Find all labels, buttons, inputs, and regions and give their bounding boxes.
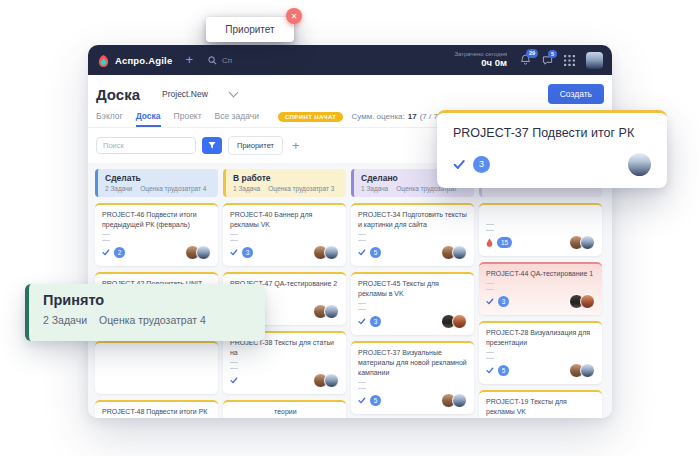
assignee-avatars (573, 363, 595, 378)
kanban-card[interactable]: теории3 (223, 400, 346, 418)
kanban-card[interactable]: PROJECT-28 Визуализация для презентации5 (479, 321, 602, 384)
points-badge: 2 (114, 247, 125, 258)
points-badge: 3 (370, 316, 381, 327)
avatar (580, 363, 595, 378)
create-button[interactable]: Создать (548, 84, 604, 104)
column-task-count: 1 Задача (361, 185, 388, 192)
points-badge: 3 (242, 247, 253, 258)
messages-button[interactable]: 5 (542, 55, 553, 66)
card-footer: 2 (102, 245, 211, 260)
assignee-avatars (445, 245, 467, 260)
avatar (324, 245, 339, 260)
description-icon (486, 352, 494, 359)
check-icon (486, 367, 494, 374)
kanban-card[interactable]: PROJECT-37 Визуальные материалы для ново… (351, 341, 474, 414)
app-window: Аспро.Agile + Сп Затрачено сегодня 0ч 0м… (88, 45, 612, 418)
assignee-avatars (573, 294, 595, 309)
avatar (452, 393, 467, 408)
avatar (452, 314, 467, 329)
filter-chip-priority[interactable]: Приоритет (228, 136, 283, 155)
column-task-count: 1 Задача (233, 185, 260, 192)
column-estimate: Оценка трудозатрат 4 (140, 185, 206, 192)
card-footer: 3 (358, 314, 467, 329)
avatar (324, 373, 339, 388)
card-title: PROJECT-37 Визуальные материалы для ново… (358, 348, 467, 378)
card-title: PROJECT-44 QA-тестирование 1 (486, 269, 595, 279)
avatar (580, 294, 595, 309)
kanban-card[interactable]: PROJECT-46 Подвести итоги предыдущей РК … (95, 203, 218, 266)
notifications-button[interactable]: 29 (520, 54, 531, 66)
top-navbar: Аспро.Agile + Сп Затрачено сегодня 0ч 0м… (88, 45, 612, 75)
card-title: PROJECT-46 Подвести итоги предыдущей РК … (102, 210, 211, 230)
page-title: Доска (96, 86, 140, 103)
kanban-column: 15PROJECT-44 QA-тестирование 13PROJECT-2… (479, 169, 602, 418)
notifications-badge: 29 (526, 49, 538, 58)
card-footer: 5 (358, 245, 467, 260)
description-icon (486, 224, 494, 231)
card-title: PROJECT-28 Визуализация для презентации (486, 328, 595, 348)
aspro-logo-icon (97, 54, 110, 67)
check-icon (453, 159, 466, 170)
apps-grid-icon[interactable] (564, 55, 575, 66)
kanban-card[interactable]: PROJECT-34 Подготовить тексты и картинки… (351, 203, 474, 266)
description-icon (486, 283, 494, 290)
deadline-fire-icon (486, 238, 493, 247)
navbar-search[interactable]: Сп (208, 56, 232, 65)
priority-tooltip: Приоритет ✕ (206, 17, 294, 42)
card-footer: 3 (486, 294, 595, 309)
priority-tooltip-label: Приоритет (225, 24, 274, 35)
card-title: PROJECT-19 Тексты для рекламы VK (486, 397, 595, 417)
project-select[interactable]: Project.New (154, 86, 245, 102)
tab-board[interactable]: Доска (136, 111, 161, 127)
navbar-search-text: Сп (222, 56, 232, 65)
kanban-card[interactable]: PROJECT-40 Баннер для рекламы VK3 (223, 203, 346, 266)
sprint-status-badge: СПРИНТ НАЧАТ (278, 112, 344, 122)
card-title: PROJECT-45 Тексты для рекламы в VK (358, 279, 467, 299)
kanban-card[interactable]: PROJECT-45 Тексты для рекламы в VK3 (351, 272, 474, 335)
app-logo: Аспро.Agile (97, 54, 172, 67)
add-icon[interactable]: + (185, 55, 193, 65)
points-badge: 15 (497, 237, 512, 248)
accepted-task-count: 2 Задачи (43, 314, 87, 326)
tab-all-tasks[interactable]: Все задачи (215, 111, 259, 127)
tab-project[interactable]: Проект (174, 111, 202, 127)
close-icon[interactable]: ✕ (286, 8, 302, 24)
chevron-down-icon (228, 88, 238, 98)
kanban-card[interactable]: PROJECT-19 Тексты для рекламы VK5 (479, 390, 602, 418)
card-title: PROJECT-34 Подготовить тексты и картинки… (358, 210, 467, 230)
column-header[interactable]: В работе1 ЗадачаОценка трудозатрат 3 (223, 169, 346, 197)
card-title: PROJECT-48 Подвести итоги РК (102, 407, 211, 417)
assignee-avatars (317, 373, 339, 388)
card-title: PROJECT-40 Баннер для рекламы VK (230, 210, 339, 230)
assignee-avatars (317, 245, 339, 260)
column-meta: 1 ЗадачаОценка трудозатрат 3 (233, 185, 339, 192)
check-icon (230, 377, 238, 384)
funnel-icon (208, 141, 216, 150)
description-icon (358, 303, 366, 310)
assignee-avatars (445, 314, 467, 329)
card-footer (230, 373, 339, 388)
filter-button[interactable] (202, 137, 222, 154)
dragged-card-popup[interactable]: PROJECT-37 Подвести итог РК 3 (437, 110, 667, 188)
description-icon (230, 362, 238, 369)
check-icon (358, 249, 366, 256)
accepted-estimate: Оценка трудозатрат 4 (99, 314, 206, 326)
avatar (324, 304, 339, 319)
card-title: теории (230, 407, 339, 417)
card-footer: 5 (486, 363, 595, 378)
popup-avatar (628, 153, 651, 176)
search-input[interactable] (96, 137, 196, 154)
kanban-card[interactable] (95, 341, 218, 394)
column-title: В работе (233, 173, 339, 183)
add-filter-button[interactable]: + (289, 141, 303, 151)
check-icon (230, 249, 238, 256)
tab-backlog[interactable]: Бэклог (96, 111, 123, 127)
column-title: Сделать (105, 173, 211, 183)
card-title (486, 210, 595, 220)
kanban-card[interactable]: 15 (479, 203, 602, 256)
column-header[interactable]: Сделать2 ЗадачиОценка трудозатрат 4 (95, 169, 218, 197)
kanban-card[interactable]: PROJECT-48 Подвести итоги РК3 (95, 400, 218, 418)
kanban-card[interactable]: PROJECT-44 QA-тестирование 13 (479, 262, 602, 315)
user-avatar[interactable] (586, 52, 603, 69)
column-meta: 2 ЗадачиОценка трудозатрат 4 (105, 185, 211, 192)
